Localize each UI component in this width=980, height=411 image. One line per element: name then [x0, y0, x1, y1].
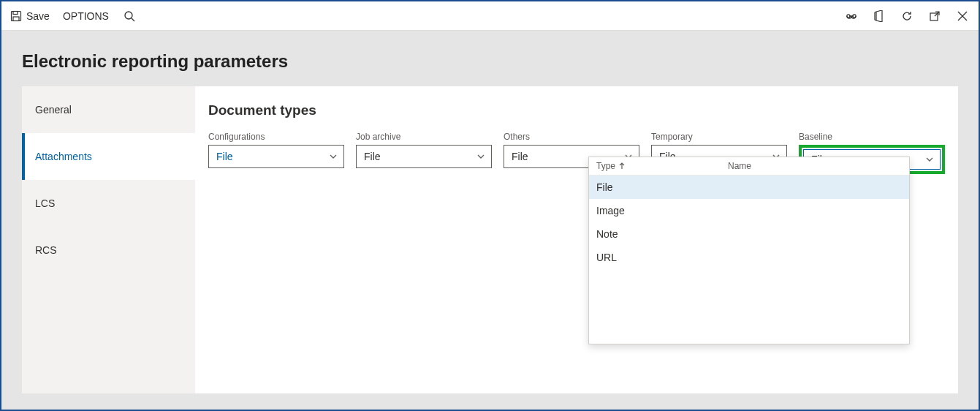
- side-tabs: General Attachments LCS RCS: [22, 86, 195, 393]
- popout-icon: [929, 10, 941, 22]
- action-bar-right: [844, 9, 970, 23]
- office-button[interactable]: [872, 9, 886, 23]
- close-button[interactable]: [955, 9, 970, 23]
- chevron-down-icon: [925, 155, 934, 164]
- flyout-option-image[interactable]: Image: [589, 199, 909, 222]
- combo-value: File: [512, 151, 528, 162]
- svg-point-3: [125, 12, 132, 19]
- save-button[interactable]: Save: [10, 10, 50, 22]
- flyout-col-name[interactable]: Name: [728, 161, 751, 171]
- popout-button[interactable]: [927, 9, 942, 23]
- page-title: Electronic reporting parameters: [22, 51, 958, 72]
- svg-rect-1: [13, 11, 18, 14]
- chevron-down-icon: [329, 152, 338, 161]
- flyout-header: Type Name: [589, 157, 909, 176]
- chevron-down-icon: [476, 152, 485, 161]
- flyout-col-type[interactable]: Type: [596, 161, 728, 171]
- section-title: Document types: [208, 102, 945, 118]
- tab-attachments[interactable]: Attachments: [22, 133, 195, 180]
- field-label-baseline: Baseline: [799, 132, 945, 142]
- main-panel: Document types Configurations File Job a…: [195, 86, 958, 393]
- page-content: Electronic reporting parameters General …: [1, 31, 979, 393]
- link-icon: [846, 12, 857, 20]
- flyout-option-note[interactable]: Note: [589, 222, 909, 246]
- options-label: OPTIONS: [63, 10, 109, 22]
- search-button[interactable]: [122, 9, 137, 23]
- tab-general[interactable]: General: [22, 86, 195, 133]
- flyout-body: File Image Note URL: [589, 176, 909, 344]
- office-icon: [873, 10, 885, 22]
- flyout-col-type-label: Type: [596, 161, 615, 171]
- svg-line-4: [132, 18, 134, 21]
- svg-rect-2: [13, 17, 19, 21]
- combo-configurations[interactable]: File: [208, 145, 344, 168]
- save-icon: [10, 10, 22, 22]
- options-button[interactable]: OPTIONS: [63, 10, 109, 22]
- field-label-temporary: Temporary: [651, 132, 787, 142]
- refresh-icon: [901, 10, 913, 22]
- sort-asc-icon: [618, 162, 626, 170]
- flyout-option-url[interactable]: URL: [589, 246, 909, 269]
- refresh-button[interactable]: [900, 9, 914, 23]
- combo-value: File: [216, 151, 233, 162]
- action-bar-left: Save OPTIONS: [10, 9, 137, 23]
- close-icon: [957, 11, 968, 21]
- field-label-others: Others: [504, 132, 639, 142]
- attach-button[interactable]: [844, 9, 859, 23]
- field-job-archive: Job archive File: [356, 132, 492, 174]
- field-label-configurations: Configurations: [208, 132, 344, 142]
- combo-job-archive[interactable]: File: [356, 145, 492, 168]
- tab-rcs[interactable]: RCS: [22, 227, 195, 274]
- tab-lcs[interactable]: LCS: [22, 180, 195, 227]
- dropdown-flyout: Type Name File Image Note URL: [588, 157, 910, 344]
- panel-container: General Attachments LCS RCS Document typ…: [22, 86, 958, 393]
- flyout-option-file[interactable]: File: [589, 176, 909, 199]
- save-label: Save: [26, 10, 50, 22]
- field-label-job-archive: Job archive: [356, 132, 492, 142]
- action-bar: Save OPTIONS: [1, 1, 979, 31]
- search-icon: [124, 10, 135, 22]
- combo-value: File: [364, 151, 381, 162]
- field-configurations: Configurations File: [208, 132, 344, 174]
